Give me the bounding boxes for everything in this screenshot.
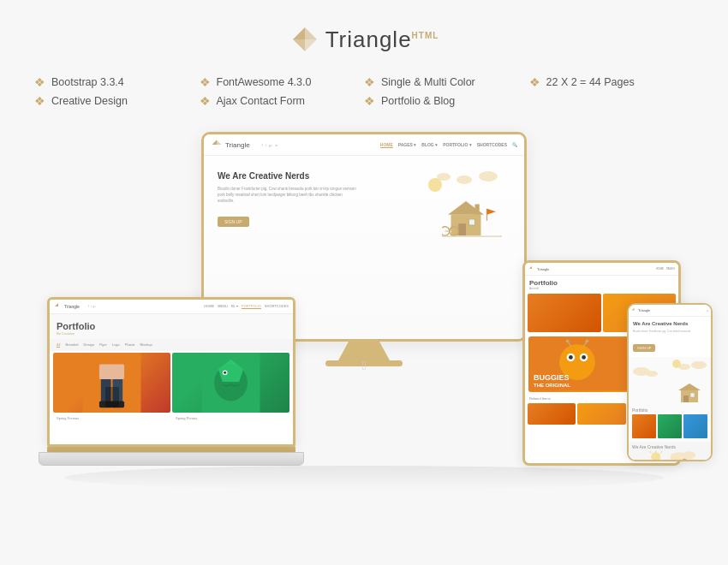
tablet-img-1 bbox=[528, 294, 601, 332]
laptop-social: ftg+ bbox=[88, 305, 96, 308]
social-fb: f bbox=[262, 143, 263, 147]
svg-rect-10 bbox=[475, 205, 480, 215]
feature-portfolio-label: Portfolio & Blog bbox=[381, 95, 455, 107]
laptop-portfolio-img-2 bbox=[172, 353, 289, 413]
lnav-home[interactable]: HOME bbox=[204, 304, 214, 309]
filter-all[interactable]: All bbox=[57, 342, 60, 348]
phone-bottom-illustration bbox=[632, 449, 707, 461]
feature-col-1: ❖ Bootstrap 3.3.4 ❖ Creative Design bbox=[34, 75, 200, 108]
lnav-menu[interactable]: MENU bbox=[218, 304, 228, 309]
ground-shadow bbox=[64, 466, 664, 490]
feature-multicolor: ❖ Single & Multi Color bbox=[364, 75, 529, 89]
bullet-icon: ❖ bbox=[200, 94, 211, 108]
screen-nav: Triangle f t g+ in HOME PAGES ▾ BLOG ▾ P… bbox=[204, 134, 524, 156]
feature-ajax-label: Ajax Contact Form bbox=[217, 95, 306, 107]
feature-creative: ❖ Creative Design bbox=[34, 94, 200, 108]
laptop-caption-1: Spring Fremus bbox=[53, 414, 170, 422]
tablet-logo-text: Triangle bbox=[537, 267, 549, 271]
laptop-nav-links: HOME MENU BL ▾ PORTFOLIO SHORTCODES bbox=[204, 304, 289, 309]
feature-col-2: ❖ FontAwesome 4.3.0 ❖ Ajax Contact Form bbox=[200, 75, 365, 108]
svg-marker-30 bbox=[529, 266, 532, 269]
lnav-blog[interactable]: BL ▾ bbox=[231, 304, 238, 309]
phone-signup-button[interactable]: SIGN UP bbox=[633, 344, 655, 352]
phone-nav: Triangle ≡ bbox=[629, 305, 711, 317]
phone-screen: Triangle ≡ We Are Creative Nerds Boudin … bbox=[629, 305, 711, 460]
screen-logo: Triangle bbox=[211, 139, 250, 151]
bullet-icon: ❖ bbox=[200, 75, 211, 89]
laptop-nav: Triangle ftg+ HOME MENU BL ▾ PORTFOLIO S… bbox=[50, 300, 293, 314]
tablet-portfolio-header: Portfolio Accredit bbox=[525, 276, 678, 292]
filter-logo[interactable]: Logo bbox=[112, 342, 120, 348]
filter-design[interactable]: Design bbox=[84, 342, 94, 348]
svg-rect-20 bbox=[101, 378, 111, 402]
screen-hero-text: Boudin doner Frankfurter pig. Cow shank … bbox=[218, 186, 360, 205]
showcase: Triangle f t g+ in HOME PAGES ▾ BLOG ▾ P… bbox=[0, 123, 728, 508]
cloud-2 bbox=[456, 175, 472, 184]
svg-marker-18 bbox=[55, 303, 58, 306]
laptop-caption-2: Spring Pontus bbox=[172, 414, 289, 422]
phone-sun bbox=[672, 360, 681, 368]
laptop-portfolio-title: Portfolio bbox=[57, 321, 286, 331]
phone-hero-text: Boudin doner Frankfurter pig. Cow shank … bbox=[633, 330, 707, 334]
filter-flyer[interactable]: Flyer bbox=[99, 342, 107, 348]
filter-mockup[interactable]: Mockup bbox=[140, 342, 152, 348]
phone-port-img-1 bbox=[632, 414, 656, 438]
svg-marker-5 bbox=[217, 140, 221, 145]
phone-nav-links: ≡ bbox=[707, 309, 708, 312]
nav-pages[interactable]: PAGES ▾ bbox=[398, 142, 417, 148]
svg-rect-22 bbox=[99, 401, 113, 407]
tablet-portfolio-sub: Accredit bbox=[529, 287, 674, 290]
screen-nav-links: HOME PAGES ▾ BLOG ▾ PORTFOLIO ▾ SHORTCOD… bbox=[380, 142, 517, 148]
filter-branded[interactable]: Branded bbox=[65, 342, 78, 348]
tablet-nav-links: HOME PAGES bbox=[656, 267, 675, 271]
feature-creative-label: Creative Design bbox=[51, 95, 128, 107]
svg-marker-12 bbox=[487, 209, 497, 215]
nav-home[interactable]: HOME bbox=[380, 142, 393, 148]
phone-cloud-1 bbox=[691, 361, 707, 369]
phone-menu-icon[interactable]: ≡ bbox=[707, 309, 708, 312]
lnav-shortcodes[interactable]: SHORTCODES bbox=[265, 304, 289, 309]
header: TriangleHTML bbox=[0, 0, 728, 70]
svg-rect-24 bbox=[99, 365, 124, 380]
screen-hero: We Are Creative Nerds Boudin doner Frank… bbox=[204, 156, 524, 248]
feature-pages: ❖ 22 X 2 = 44 Pages bbox=[529, 75, 695, 89]
feature-bootstrap-label: Bootstrap 3.3.4 bbox=[51, 76, 124, 88]
nav-portfolio[interactable]: PORTFOLIO ▾ bbox=[443, 142, 472, 148]
svg-marker-44 bbox=[632, 308, 635, 311]
nav-shortcodes[interactable]: SHORTCODES bbox=[477, 142, 507, 148]
laptop-frame: Triangle ftg+ HOME MENU BL ▾ PORTFOLIO S… bbox=[47, 297, 295, 447]
tnav-home[interactable]: HOME bbox=[656, 267, 664, 271]
svg-marker-2 bbox=[293, 39, 305, 51]
phone-section-label: Portfolio bbox=[632, 407, 707, 413]
social-tw: t bbox=[266, 143, 266, 147]
nav-blog[interactable]: BLOG ▾ bbox=[421, 142, 438, 148]
filter-plastic[interactable]: Plastic bbox=[125, 342, 135, 348]
tnav-pages[interactable]: PAGES bbox=[666, 267, 675, 271]
svg-point-36 bbox=[582, 355, 586, 360]
feature-portfolio: ❖ Portfolio & Blog bbox=[364, 94, 529, 108]
screen-social: f t g+ in bbox=[262, 143, 278, 147]
feature-multicolor-label: Single & Multi Color bbox=[381, 76, 475, 88]
screen-hero-illustration bbox=[368, 171, 510, 240]
lnav-portfolio[interactable]: PORTFOLIO bbox=[242, 304, 261, 309]
phone-hero-title: We Are Creative Nerds bbox=[633, 321, 707, 326]
laptop-logo: Triangle bbox=[54, 302, 80, 311]
laptop-portfolio-grid bbox=[50, 351, 293, 414]
svg-point-40 bbox=[586, 340, 589, 343]
phone-hero: We Are Creative Nerds Boudin doner Frank… bbox=[629, 317, 711, 357]
phone-frame: Triangle ≡ We Are Creative Nerds Boudin … bbox=[627, 303, 713, 461]
screen-signup-button[interactable]: SIGN UP bbox=[218, 217, 249, 227]
phone-logo: Triangle bbox=[631, 307, 650, 313]
svg-rect-9 bbox=[469, 219, 475, 225]
phone-portfolio-preview: Portfolio bbox=[629, 404, 711, 442]
tablet-logo: Triangle bbox=[528, 265, 549, 272]
logo-area: TriangleHTML bbox=[289, 24, 439, 55]
tablet-buggie-subtitle: BUGGIES bbox=[534, 373, 570, 382]
tablet-portfolio-title: Portfolio bbox=[529, 279, 674, 287]
bullet-icon: ❖ bbox=[34, 94, 45, 108]
monitor-stand bbox=[338, 342, 390, 360]
svg-point-29 bbox=[224, 372, 226, 374]
nav-search[interactable]: 🔍 bbox=[512, 142, 517, 148]
laptop-portfolio-header: Portfolio Be Creative bbox=[50, 314, 293, 339]
svg-point-51 bbox=[651, 452, 660, 460]
